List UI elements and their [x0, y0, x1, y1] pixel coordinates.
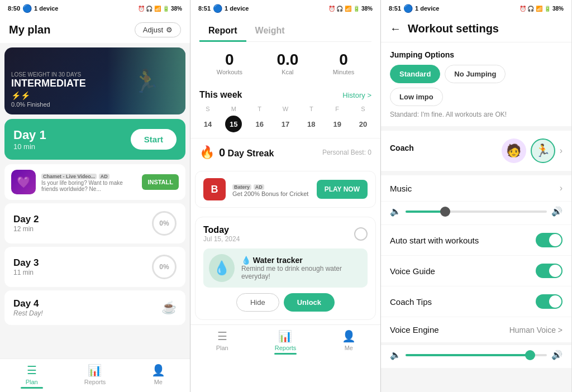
day3-item[interactable]: Day 3 11 min 0% [4, 247, 185, 287]
coach-avatar-1: 🧑 [502, 138, 526, 163]
music-section: Music › 🔈 🔊 [381, 175, 571, 225]
day4-item[interactable]: Day 4 Rest Day! ☕ [4, 290, 185, 325]
bottom-volume-low-icon: 🔈 [390, 350, 401, 360]
coach-tips-toggle[interactable] [536, 294, 563, 309]
week-day-sun: S 14 [199, 106, 216, 132]
unlock-button[interactable]: Unlock [284, 293, 335, 312]
coach-section[interactable]: Coach 🧑 🏃 › [381, 131, 571, 171]
jumping-options: Standard No Jumping Low impo [390, 65, 563, 106]
me-nav-label-1: Me [154, 379, 163, 385]
reports-nav-label-1: Reports [84, 379, 106, 385]
start-button[interactable]: Start [131, 129, 177, 150]
nav-me-1[interactable]: 👤 Me [127, 364, 190, 386]
report-header: Report Weight [190, 16, 380, 42]
music-slider-fill [406, 211, 445, 213]
nav-plan-1[interactable]: ☰ Plan [0, 364, 63, 386]
device-3: 1 device [415, 5, 439, 12]
day1-card[interactable]: Day 1 10 min Start [4, 119, 185, 160]
history-link[interactable]: History > [342, 91, 371, 99]
reports-nav-icon-2: 📊 [278, 329, 292, 343]
install-button[interactable]: INSTALL [142, 174, 179, 190]
status-bar-3: 8:51 🔵 1 device ⏰ 🎧 📶 🔋 38% [381, 0, 571, 16]
voice-engine-row[interactable]: Voice Engine Human Voice > [381, 317, 571, 343]
tab-weight[interactable]: Weight [246, 21, 294, 42]
nav-me-2[interactable]: 👤 Me [317, 329, 380, 352]
standard-jump-btn[interactable]: Standard [390, 65, 440, 83]
banner-progress: 0.0% Finished [11, 101, 86, 108]
battery-1: 38% [171, 6, 182, 12]
icons-3: ⏰ 🎧 📶 🔋 [519, 6, 551, 12]
water-tracker-title: 💧 Water tracker [241, 256, 362, 265]
week-day-mon: M 15 [225, 106, 242, 132]
bottom-slider-thumb[interactable] [525, 350, 535, 360]
ad-banner-desc-2: Get 200% Bonus for Cricket [232, 190, 310, 197]
ad-banner-icon-2: B [203, 178, 226, 200]
today-date: Jul 15, 2024 [203, 235, 240, 243]
streak-left: 🔥 0 Day Streak [199, 145, 274, 160]
me-nav-label-2: Me [345, 345, 353, 351]
today-title: Today [203, 225, 240, 235]
report-tabs: Report Weight [199, 21, 371, 42]
ad-icon-1: 💜 [11, 170, 36, 194]
auto-start-toggle[interactable] [536, 233, 563, 247]
plan-nav-label: Plan [26, 379, 38, 385]
bottom-nav-2: ☰ Plan 📊 Reports 👤 Me [190, 324, 380, 358]
screen-reports: 8:51 🔵 1 device ⏰ 🎧 📶 🔋 38% Report Weigh… [190, 0, 381, 392]
adjust-button[interactable]: Adjust ⚙ [135, 22, 181, 37]
music-row[interactable]: Music › [381, 175, 571, 202]
back-button[interactable]: ← [390, 22, 401, 35]
ad-card-1: 💜 Chamet - Live Video... AD Is your life… [4, 164, 185, 200]
banner-title: INTERMEDIATE [11, 78, 86, 90]
device-2: 1 device [225, 5, 249, 12]
music-slider-row: 🔈 🔊 [381, 202, 571, 225]
nav-plan-2[interactable]: ☰ Plan [190, 329, 254, 352]
ad-banner-text-2: Batery AD Get 200% Bonus for Cricket [232, 182, 310, 197]
auto-start-row: Auto start with workouts [381, 225, 571, 256]
reports-nav-icon-1: 📊 [88, 364, 102, 377]
coach-label: Coach [390, 144, 414, 152]
battery-2: 38% [361, 6, 373, 12]
plan-nav-label-2: Plan [216, 345, 228, 351]
voice-guide-toggle[interactable] [536, 264, 563, 278]
settings-scroll: Jumping Options Standard No Jumping Low … [381, 42, 571, 392]
bottom-slider-fill [406, 354, 530, 356]
nav-reports-1[interactable]: 📊 Reports [63, 364, 126, 386]
stat-minutes: 0 Minutes [333, 51, 355, 75]
time-2: 8:51 [198, 5, 211, 12]
no-jumping-btn[interactable]: No Jumping [445, 65, 506, 83]
volume-low-icon: 🔈 [390, 206, 401, 217]
nav-reports-2[interactable]: 📊 Reports [254, 329, 317, 352]
play-now-button[interactable]: PLAY NOW [317, 180, 368, 199]
music-slider[interactable]: 🔈 🔊 [390, 206, 563, 217]
hide-button[interactable]: Hide [236, 293, 279, 312]
water-icon: 💧 [209, 254, 235, 282]
bottom-slider[interactable]: 🔈 🔊 [390, 350, 563, 360]
music-slider-thumb[interactable] [440, 207, 450, 217]
week-title: This week [199, 90, 242, 100]
low-impact-btn[interactable]: Low impo [390, 88, 443, 106]
time-3: 8:51 [389, 5, 401, 12]
rest-icon: ☕ [161, 300, 177, 315]
week-days: S 14 M 15 T 16 W 17 T 18 [199, 106, 371, 132]
day3-progress: 0% [152, 255, 177, 279]
water-actions: Hide Unlock [203, 293, 368, 312]
ad-desc-1: Is your life boring? Want to make friend… [41, 180, 136, 192]
bottom-slider-track [406, 354, 547, 356]
day1-label: Day 1 [13, 128, 46, 142]
device-1: 1 device [34, 5, 58, 12]
bottom-nav-1: ☰ Plan 📊 Reports 👤 Me [0, 358, 190, 392]
stat-kcal-label: Kcal [277, 69, 298, 75]
plan-nav-icon-2: ☰ [217, 329, 227, 343]
ad-name-1: Chamet - Live Video... AD [41, 172, 136, 180]
music-chevron: › [560, 183, 563, 193]
banner-stars: ⚡⚡ [11, 91, 86, 100]
me-nav-icon-2: 👤 [342, 329, 356, 343]
jumping-desc: Standard: I'm fine. All workouts are OK! [390, 111, 563, 118]
this-week-section: This week History > S 14 M 15 T 16 W [190, 84, 380, 138]
screen-my-plan: 8:50 🔵 1 device ⏰ 🎧 📶 🔋 38% My plan Adju… [0, 0, 190, 392]
ad-banner-2: B Batery AD Get 200% Bonus for Cricket P… [195, 171, 376, 208]
day2-item[interactable]: Day 2 12 min 0% [4, 203, 185, 243]
plan-banner: LOSE WEIGHT IN 30 DAYS INTERMEDIATE ⚡⚡ 0… [4, 47, 185, 114]
voice-guide-row: Voice Guide [381, 256, 571, 286]
tab-report[interactable]: Report [199, 21, 246, 42]
